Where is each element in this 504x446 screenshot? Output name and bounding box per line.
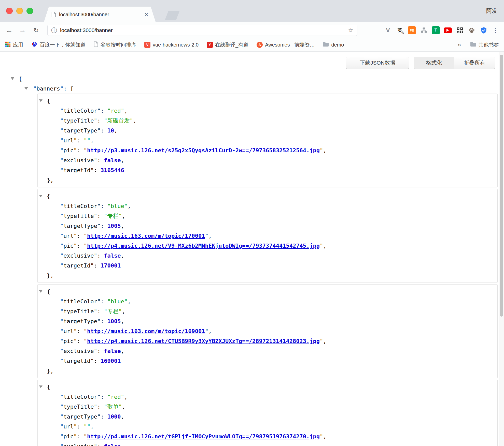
- bookmark-demo-folder[interactable]: demo: [323, 42, 344, 48]
- json-punctuation: {: [47, 98, 50, 104]
- download-json-button[interactable]: 下载JSON数据: [346, 57, 409, 69]
- json-url-link[interactable]: http://music.163.com/m/topic/170001: [87, 233, 205, 239]
- collapse-toggle-icon[interactable]: [39, 195, 43, 197]
- json-key: "titleColor": [60, 298, 101, 305]
- json-punctuation: :: [77, 328, 84, 334]
- collapse-toggle-icon[interactable]: [24, 87, 28, 90]
- json-line: "typeTitle": "专栏",: [38, 211, 497, 221]
- json-object-box: {"titleColor": "blue","typeTitle": "专栏",…: [37, 189, 498, 283]
- youtube-extension-icon[interactable]: [444, 27, 452, 33]
- window-zoom-button[interactable]: [26, 8, 33, 14]
- json-punctuation: ": [320, 243, 323, 249]
- bookmark-label: 其他书签: [479, 41, 499, 48]
- scrollbar-thumb[interactable]: [500, 55, 503, 317]
- json-key: "targetType": [60, 127, 101, 134]
- pen-icon: ✎: [401, 31, 404, 35]
- t-glyph: T: [435, 28, 437, 33]
- json-punctuation: ,: [133, 117, 136, 124]
- bookmark-youdao-translate[interactable]: Y 在线翻译_有道: [207, 41, 248, 48]
- json-punctuation: :: [97, 308, 104, 315]
- json-line: "titleColor": "red",: [38, 106, 497, 116]
- json-line: "typeTitle": "新碟首发",: [38, 116, 497, 126]
- json-punctuation: ,: [323, 338, 326, 344]
- json-punctuation: ,: [121, 348, 124, 354]
- json-punctuation: ,: [121, 252, 124, 259]
- json-line: "pic": "http://p4.music.126.net/tGPljf-I…: [38, 432, 497, 441]
- bookmark-star-icon[interactable]: ☆: [348, 27, 354, 34]
- json-punctuation: ": [205, 328, 208, 334]
- vimium-extension-icon[interactable]: V: [384, 26, 392, 34]
- bookmark-label: 在线翻译_有道: [215, 41, 248, 48]
- json-line: "titleColor": "blue",: [38, 201, 497, 211]
- json-key: "exclusive": [60, 443, 97, 446]
- json-key: "exclusive": [60, 157, 97, 163]
- json-boolean-value: false: [104, 252, 121, 259]
- profile-name[interactable]: 阿发: [486, 7, 497, 15]
- json-punctuation: ,: [121, 223, 124, 229]
- json-boolean-value: false: [104, 443, 121, 446]
- json-key: "url": [60, 137, 77, 144]
- json-url-link[interactable]: http://p3.music.126.net/s25q2x5QyqsAzilC…: [87, 147, 320, 154]
- json-key: "typeTitle": [60, 308, 97, 315]
- bookmark-apps[interactable]: 应用: [5, 41, 23, 48]
- url-bar[interactable]: ⓘ localhost:3000/banner ☆: [47, 25, 357, 36]
- fe-extension-icon[interactable]: FE: [408, 26, 416, 34]
- format-button[interactable]: 格式化: [414, 57, 454, 69]
- url-text: localhost:3000/banner: [60, 27, 113, 33]
- other-bookmarks-folder[interactable]: 其他书签: [470, 41, 499, 48]
- json-punctuation: ,: [121, 318, 124, 324]
- bookmark-google-sort[interactable]: 谷歌按时间排序: [94, 41, 136, 48]
- json-line: "url": "http://music.163.com/m/topic/170…: [38, 231, 497, 241]
- window-minimize-button[interactable]: [16, 8, 23, 14]
- collapse-all-button[interactable]: 折叠所有: [454, 57, 495, 69]
- json-line: {: [0, 74, 499, 84]
- json-line: "targetId": 169001: [38, 356, 497, 366]
- json-punctuation: :: [97, 252, 104, 259]
- json-object-box: {"titleColor": "blue","typeTitle": "专栏",…: [37, 284, 498, 378]
- collapse-toggle-icon[interactable]: [11, 77, 14, 80]
- json-punctuation: ": [84, 233, 87, 239]
- vertical-scrollbar[interactable]: [499, 52, 504, 446]
- tab-close-icon[interactable]: ×: [145, 11, 148, 18]
- bookmark-awesomes[interactable]: A Awesomes - 前端资…: [257, 41, 315, 48]
- paw-extension-icon[interactable]: [468, 26, 476, 34]
- apps-grid-icon: [5, 41, 11, 48]
- collapse-toggle-icon[interactable]: [39, 99, 43, 102]
- collapse-toggle-icon[interactable]: [39, 290, 43, 293]
- json-punctuation: ,: [208, 233, 212, 239]
- json-punctuation: ,: [323, 147, 326, 154]
- json-key: "targetType": [60, 318, 101, 324]
- bookmarks-overflow-icon[interactable]: »: [458, 41, 461, 48]
- json-number-value: 170001: [101, 262, 121, 269]
- new-tab-button[interactable]: [165, 11, 180, 20]
- json-punctuation: : [: [63, 85, 74, 92]
- window-close-button[interactable]: [6, 8, 13, 14]
- json-url-link[interactable]: http://p4.music.126.net/V9-MXz6b2MNhEKju…: [87, 243, 320, 249]
- json-number-value: 10: [107, 127, 114, 134]
- json-url-link[interactable]: http://p4.music.126.net/CTU5B9R9y3XyYBZX…: [87, 338, 320, 344]
- json-string-value: "blue": [107, 203, 127, 209]
- collapse-toggle-icon[interactable]: [39, 385, 43, 388]
- active-tab[interactable]: localhost:3000/banner ×: [44, 7, 156, 22]
- green-t-extension-icon[interactable]: T: [432, 26, 440, 34]
- page-info-icon[interactable]: ⓘ: [51, 26, 57, 34]
- json-url-link[interactable]: http://music.163.com/m/topic/169001: [87, 328, 205, 334]
- qrcode-extension-icon[interactable]: [456, 26, 464, 34]
- reload-icon[interactable]: ↻: [31, 22, 42, 38]
- back-icon[interactable]: ←: [4, 22, 15, 38]
- shield-extension-icon[interactable]: [480, 26, 488, 34]
- bookmark-label: demo: [331, 42, 344, 48]
- forward-icon: →: [17, 22, 28, 38]
- json-number-value: 1005: [107, 318, 121, 324]
- json-punctuation: :: [101, 413, 107, 420]
- json-key: "url": [60, 233, 77, 239]
- bookmark-baidu[interactable]: 百度一下，你就知道: [31, 41, 86, 48]
- browser-menu-icon[interactable]: ⋮: [491, 22, 500, 38]
- bookmark-vue-hackernews[interactable]: V vue-hackernews-2.0: [144, 42, 199, 48]
- folder-icon: [470, 42, 476, 48]
- json-object-box: {"titleColor": "red","typeTitle": "歌单","…: [37, 380, 498, 446]
- json-punctuation: ": [84, 338, 87, 344]
- translate-extension-icon[interactable]: 英 ✎: [396, 26, 404, 34]
- json-url-link[interactable]: http://p4.music.126.net/tGPljf-IMOCyPvum…: [87, 433, 320, 440]
- sitemap-extension-icon[interactable]: [420, 26, 428, 34]
